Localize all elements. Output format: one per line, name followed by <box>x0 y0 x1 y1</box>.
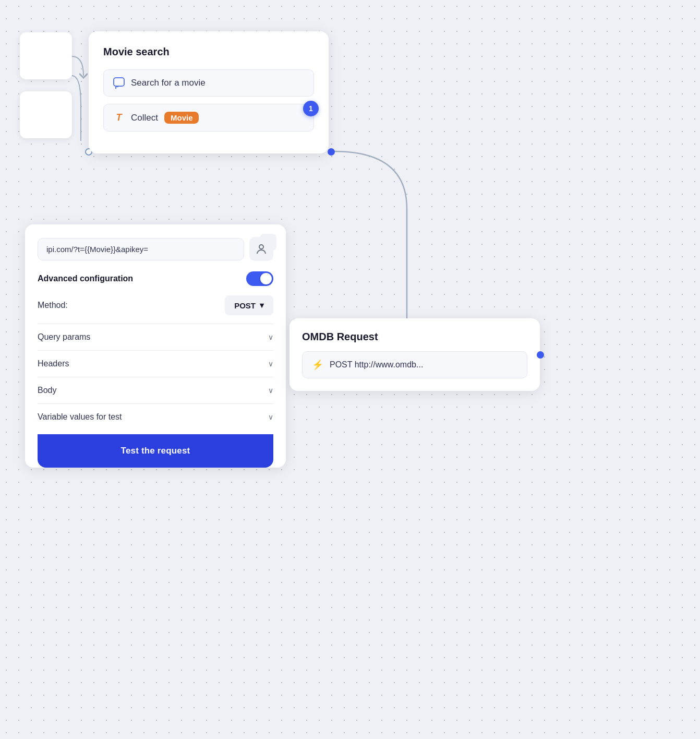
movie-search-card: Movie search Search for a movie T Collec… <box>89 31 329 153</box>
accordion-variable-values[interactable]: Variable values for test ∨ <box>38 403 273 430</box>
omdb-row: ⚡ POST http://www.omdb... <box>302 351 527 378</box>
chat-icon <box>113 77 125 89</box>
movie-tag: Movie <box>164 112 199 124</box>
omdb-connector-dot <box>537 351 544 359</box>
accordion-headers-label: Headers <box>38 359 69 368</box>
omdb-card: OMDB Request ⚡ POST http://www.omdb... <box>289 318 540 391</box>
test-request-button[interactable]: Test the request <box>38 434 273 468</box>
chevron-query-params: ∨ <box>268 333 273 341</box>
collect-label: Collect <box>131 113 158 123</box>
omdb-title: OMDB Request <box>302 331 527 343</box>
chevron-headers: ∨ <box>268 360 273 368</box>
method-row: Method: POST ▾ <box>38 295 273 315</box>
method-select[interactable]: POST ▾ <box>225 295 273 315</box>
advanced-config-label: Advanced configuration <box>38 274 133 283</box>
accordion-headers[interactable]: Headers ∨ <box>38 350 273 377</box>
method-chevron: ▾ <box>260 301 264 310</box>
accordion-query-params-label: Query params <box>38 332 90 342</box>
advanced-toggle-row: Advanced configuration <box>38 271 273 286</box>
accordion-body[interactable]: Body ∨ <box>38 377 273 403</box>
accordion-query-params[interactable]: Query params ∨ <box>38 324 273 350</box>
advanced-toggle[interactable] <box>246 271 273 286</box>
svg-rect-0 <box>114 78 124 86</box>
omdb-row-label: POST http://www.omdb... <box>330 360 423 370</box>
badge-1: 1 <box>303 101 319 116</box>
search-row-label: Search for a movie <box>131 78 206 88</box>
search-row[interactable]: Search for a movie <box>103 69 314 97</box>
t-icon: T <box>113 112 125 124</box>
movie-search-title: Movie search <box>103 46 314 58</box>
connector-dot-right <box>328 148 335 156</box>
method-value: POST <box>234 301 256 310</box>
accordion-body-label: Body <box>38 386 56 395</box>
accordion-variable-values-label: Variable values for test <box>38 412 122 422</box>
method-label: Method: <box>38 301 68 310</box>
chevron-body: ∨ <box>268 386 273 395</box>
chevron-variable-values: ∨ <box>268 413 273 421</box>
collect-row[interactable]: T Collect Movie 1 <box>103 104 314 132</box>
url-row: ipi.com/?t={{Movie}}&apikey= <box>38 237 273 261</box>
url-input[interactable]: ipi.com/?t={{Movie}}&apikey= <box>38 238 244 260</box>
lightning-icon: ⚡ <box>312 359 323 371</box>
config-panel: ipi.com/?t={{Movie}}&apikey= Advanced co… <box>25 224 286 468</box>
placeholder-card-bottom <box>20 91 72 138</box>
svg-point-1 <box>259 245 263 249</box>
person-button[interactable] <box>249 237 273 261</box>
placeholder-card-top <box>20 32 72 79</box>
